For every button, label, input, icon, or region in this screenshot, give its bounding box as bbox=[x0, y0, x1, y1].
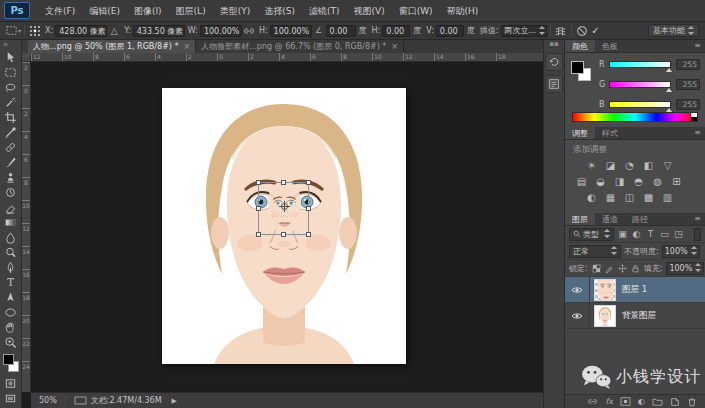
vibrance-icon[interactable]: ▽ bbox=[659, 158, 676, 173]
blur-tool-icon[interactable] bbox=[1, 230, 21, 245]
layer-name[interactable]: 背景图层 bbox=[622, 310, 656, 322]
visibility-eye-icon[interactable] bbox=[569, 286, 585, 294]
vertical-ruler[interactable]: 2 0 2 4 6 8 10 12 14 16 18 20 22 24 bbox=[22, 62, 31, 392]
foreground-color[interactable] bbox=[571, 61, 584, 74]
marquee-tool-icon[interactable] bbox=[1, 65, 21, 80]
curves-icon[interactable]: ◔ bbox=[621, 158, 638, 173]
pen-tool-icon[interactable] bbox=[1, 260, 21, 275]
color-spectrum-ramp[interactable] bbox=[572, 112, 698, 122]
ruler-corner[interactable] bbox=[22, 53, 31, 62]
type-tool-icon[interactable]: T bbox=[1, 275, 21, 290]
relative-position-icon[interactable]: △ bbox=[107, 24, 121, 38]
lock-all-icon[interactable] bbox=[631, 264, 640, 273]
h-skew-input[interactable]: 0.00 bbox=[382, 25, 410, 37]
new-layer-icon[interactable] bbox=[670, 397, 680, 407]
brightness-contrast-icon[interactable]: ☀ bbox=[583, 158, 600, 173]
hue-saturation-icon[interactable]: ▤ bbox=[573, 174, 590, 189]
transform-reference-point[interactable] bbox=[281, 203, 288, 210]
angle-input[interactable]: 0.00 bbox=[326, 25, 356, 37]
photo-filter-icon[interactable]: ◓ bbox=[630, 174, 647, 189]
tab-styles[interactable]: 样式 bbox=[595, 127, 625, 139]
reference-point-icon[interactable] bbox=[28, 24, 42, 38]
transform-handle-nw[interactable] bbox=[256, 180, 261, 185]
collapse-toolbar-button[interactable]: » bbox=[0, 40, 21, 50]
quick-selection-tool-icon[interactable] bbox=[1, 95, 21, 110]
free-transform-box[interactable] bbox=[258, 182, 309, 235]
tab-adjustments[interactable]: 调整 bbox=[565, 127, 595, 139]
gradient-tool-icon[interactable] bbox=[1, 215, 21, 230]
status-menu-arrow-icon[interactable]: ▶ bbox=[172, 397, 177, 405]
tab-close-icon[interactable]: × bbox=[184, 42, 191, 51]
green-slider[interactable] bbox=[609, 81, 671, 88]
width-input[interactable]: 100.00% bbox=[200, 25, 242, 37]
y-input[interactable]: 433.50 像素 bbox=[133, 25, 185, 37]
menu-help[interactable]: 帮助(H) bbox=[440, 0, 486, 22]
dock-collapse-icon[interactable]: ▪▪ bbox=[549, 40, 559, 49]
hand-tool-icon[interactable] bbox=[1, 320, 21, 335]
lock-position-icon[interactable] bbox=[618, 264, 627, 273]
dodge-tool-icon[interactable] bbox=[1, 245, 21, 260]
black-white-icon[interactable]: ◨ bbox=[611, 174, 628, 189]
move-tool-icon[interactable] bbox=[1, 50, 21, 65]
menu-type[interactable]: 类型(Y) bbox=[213, 0, 258, 22]
screen-mode-button[interactable] bbox=[1, 391, 21, 406]
layer-name[interactable]: 图层 1 bbox=[622, 284, 647, 296]
warp-mode-icon[interactable] bbox=[554, 24, 568, 38]
new-adjustment-layer-icon[interactable]: ◐ bbox=[638, 397, 645, 406]
delete-layer-icon[interactable] bbox=[687, 397, 697, 407]
lasso-tool-icon[interactable] bbox=[1, 80, 21, 95]
quick-mask-button[interactable] bbox=[1, 376, 21, 391]
panel-menu-icon[interactable]: ≡ bbox=[694, 213, 705, 225]
menu-select[interactable]: 选择(S) bbox=[257, 0, 302, 22]
link-layers-icon[interactable] bbox=[587, 397, 598, 406]
lock-transparency-icon[interactable] bbox=[592, 264, 601, 273]
visibility-eye-icon[interactable] bbox=[569, 312, 585, 320]
filter-switch[interactable] bbox=[694, 228, 701, 241]
path-selection-tool-icon[interactable] bbox=[1, 290, 21, 305]
color-balance-icon[interactable]: ◒ bbox=[592, 174, 609, 189]
blend-mode-select[interactable]: 正常 bbox=[569, 245, 621, 258]
healing-brush-tool-icon[interactable] bbox=[1, 140, 21, 155]
filter-type-layers-icon[interactable]: T bbox=[645, 229, 656, 239]
menu-edit[interactable]: 编辑(E) bbox=[82, 0, 127, 22]
menu-filter[interactable]: 滤镜(T) bbox=[302, 0, 347, 22]
tool-preset-arrow-icon[interactable]: ▾ bbox=[18, 27, 21, 34]
color-fg-bg-swatch[interactable] bbox=[571, 61, 593, 83]
red-value-field[interactable]: 255 bbox=[676, 59, 700, 70]
tab-layers[interactable]: 图层 bbox=[565, 213, 595, 225]
threshold-icon[interactable]: ◫ bbox=[621, 190, 638, 205]
blue-slider[interactable] bbox=[609, 101, 671, 108]
document-tab-1[interactable]: 人物...png @ 50% (图层 1, RGB/8#) * × bbox=[28, 40, 196, 53]
color-lookup-icon[interactable]: ⊞ bbox=[668, 174, 685, 189]
clone-stamp-tool-icon[interactable] bbox=[1, 170, 21, 185]
x-input[interactable]: 428.00 像素 bbox=[55, 25, 107, 37]
horizontal-ruler[interactable]: 12 10 8 6 4 2 0 2 4 6 8 10 12 14 16 18 bbox=[31, 53, 543, 62]
layer-row-1[interactable]: 图层 1 bbox=[565, 277, 705, 303]
filter-shape-layers-icon[interactable]: ▭ bbox=[659, 229, 670, 239]
tab-paths[interactable]: 路径 bbox=[625, 213, 655, 225]
tool-preset-icon[interactable] bbox=[4, 24, 18, 38]
transform-handle-n[interactable] bbox=[281, 180, 286, 185]
photo-document[interactable] bbox=[162, 88, 406, 364]
layer-1-thumbnail[interactable] bbox=[594, 279, 616, 301]
link-dimensions-icon[interactable] bbox=[242, 24, 256, 38]
canvas[interactable] bbox=[31, 62, 543, 392]
transform-handle-sw[interactable] bbox=[256, 232, 261, 237]
tab-close-icon[interactable]: × bbox=[391, 42, 398, 51]
interpolation-select[interactable]: 两次立... bbox=[501, 25, 547, 37]
channel-mixer-icon[interactable]: ◍ bbox=[649, 174, 666, 189]
crop-tool-icon[interactable] bbox=[1, 110, 21, 125]
v-skew-input[interactable]: 0.00 bbox=[436, 25, 464, 37]
height-input[interactable]: 100.00% bbox=[270, 25, 312, 37]
eraser-tool-icon[interactable] bbox=[1, 200, 21, 215]
filter-kind-select[interactable]: 类型 bbox=[569, 228, 614, 241]
tab-swatches[interactable]: 色板 bbox=[595, 40, 625, 52]
layer-row-background[interactable]: 背景图层 bbox=[565, 303, 705, 329]
shape-tool-icon[interactable] bbox=[1, 305, 21, 320]
exposure-icon[interactable]: ◧ bbox=[640, 158, 657, 173]
menu-window[interactable]: 窗口(W) bbox=[392, 0, 440, 22]
new-group-icon[interactable] bbox=[652, 397, 663, 406]
panel-menu-icon[interactable]: ≡ bbox=[694, 127, 705, 139]
selective-color-icon[interactable]: ▩ bbox=[640, 190, 657, 205]
ps-logo[interactable]: Ps bbox=[4, 2, 30, 19]
